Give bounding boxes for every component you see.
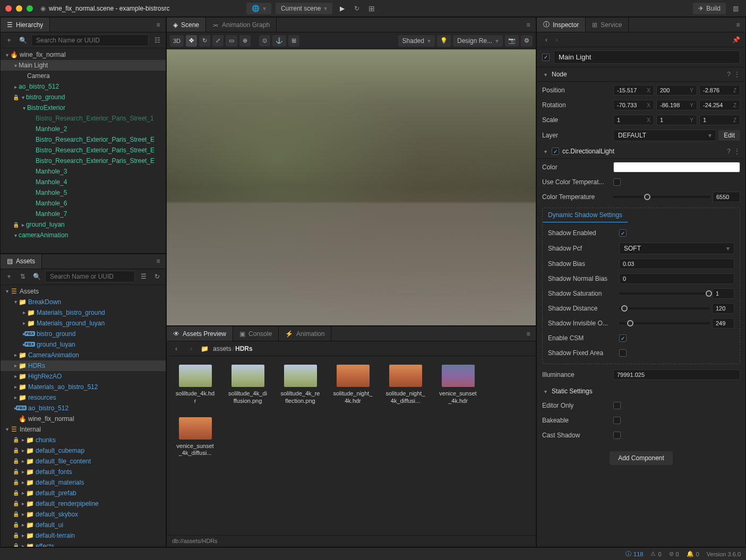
info-count[interactable]: ⓘ118 <box>625 550 643 558</box>
caret-icon[interactable]: ▾ <box>20 94 26 100</box>
tree-row[interactable]: Manhole_4 <box>1 177 166 187</box>
move-tool-button[interactable]: ✥ <box>186 35 197 47</box>
sort-button[interactable]: ⇅ <box>18 271 28 282</box>
asset-item[interactable]: soliltude_4k_reflection.png <box>280 365 320 404</box>
shadow-bias-input[interactable]: 0.03 <box>619 259 734 269</box>
caret-icon[interactable]: ▾ <box>12 232 19 238</box>
node-enabled-checkbox[interactable] <box>542 54 550 61</box>
shadow-distance-slider[interactable] <box>619 307 710 309</box>
help-icon[interactable]: ? <box>727 148 731 155</box>
tree-row[interactable]: ▸FBXground_luyan <box>1 339 166 350</box>
breadcrumb[interactable]: assets/HDRs <box>213 345 253 352</box>
add-node-button[interactable]: + <box>4 35 14 46</box>
scale-y-input[interactable]: 1Y <box>656 115 697 125</box>
tree-row[interactable]: ▾📁BreakDown <box>1 297 166 307</box>
layer-edit-button[interactable]: Edit <box>718 130 740 141</box>
caret-icon[interactable]: ▸ <box>20 490 26 496</box>
tree-row[interactable]: Bistro_Research_Exterior_Paris_Street_E <box>1 145 166 156</box>
caret-icon[interactable]: ▸ <box>20 447 26 453</box>
rect-tool-button[interactable]: ▭ <box>226 35 237 47</box>
position-y-input[interactable]: 200Y <box>656 85 697 96</box>
tree-row[interactable]: Bistro_Research_Exterior_Paris_Street_E <box>1 156 166 166</box>
tree-row[interactable]: ▾☰Internal <box>1 424 166 435</box>
asset-grid[interactable]: soliltude_4k.hdrsoliltude_4k_diffusion.p… <box>167 356 536 535</box>
tab-animation-graph[interactable]: ⫘ Animation Graph <box>206 18 277 32</box>
tree-row[interactable]: ▸📁resources <box>1 392 166 403</box>
scale-z-input[interactable]: 1Z <box>699 115 740 125</box>
caret-icon[interactable]: ▸ <box>20 458 26 464</box>
tab-service[interactable]: ⊞ Service <box>586 18 629 32</box>
pin-icon[interactable]: 📌 <box>731 35 741 45</box>
rotate-tool-button[interactable]: ↻ <box>199 35 210 47</box>
menu-icon[interactable]: ⋮ <box>734 71 740 78</box>
section-node-header[interactable]: ▾ Node ? ⋮ <box>537 67 745 82</box>
nav-back-button[interactable]: ‹ <box>541 35 552 45</box>
anchor-button[interactable]: ⚓ <box>272 35 286 47</box>
tree-row[interactable]: Bistro_Research_Exterior_Paris_Street_1 <box>1 113 166 124</box>
breadcrumb-segment[interactable]: assets <box>213 345 231 352</box>
tree-row[interactable]: 🔥wine_fix_normal <box>1 413 166 424</box>
tree-row[interactable]: ▸📁HDRs <box>1 360 166 371</box>
light-button[interactable]: 💡 <box>437 35 451 47</box>
position-x-input[interactable]: -15.517X <box>613 85 654 96</box>
tree-row[interactable]: 🔒▸📁default_ui <box>1 520 166 530</box>
shadow-saturation-input[interactable]: 1 <box>712 288 734 299</box>
refresh-button[interactable]: ↻ <box>351 3 362 14</box>
bakeable-checkbox[interactable] <box>613 417 621 424</box>
tree-row[interactable]: ▾Main Light <box>1 60 166 71</box>
tree-row[interactable]: 🔒▸📁default_fonts <box>1 467 166 477</box>
camera-button[interactable]: 📷 <box>505 35 519 47</box>
caret-icon[interactable]: ▾ <box>4 52 10 58</box>
tree-row[interactable]: ▸📁Materials_ao_bistro_512 <box>1 382 166 392</box>
caret-icon[interactable]: ▸ <box>20 222 26 228</box>
tree-row[interactable]: ▸FBXbistro_ground <box>1 329 166 339</box>
caret-icon[interactable]: ▸ <box>20 437 26 443</box>
tree-row[interactable]: ▾🔥wine_fix_normal <box>1 49 166 60</box>
caret-icon[interactable]: ▸ <box>12 394 19 400</box>
shadow-pcf-dropdown[interactable]: SOFT▾ <box>619 243 734 254</box>
section-component-header[interactable]: ▾ cc.DirectionalLight ? ⋮ <box>537 144 745 159</box>
play-button[interactable]: ▶ <box>337 3 347 14</box>
design-resolution-dropdown[interactable]: Design Re... ▾ <box>453 35 503 47</box>
tab-assets[interactable]: ▤ Assets <box>1 254 42 269</box>
tree-row[interactable]: ▸📁HighRezAO <box>1 371 166 382</box>
caret-icon[interactable]: ▸ <box>20 501 26 506</box>
tree-row[interactable]: ▾cameraAnimation <box>1 230 166 240</box>
panel-menu-icon[interactable]: ≡ <box>731 18 745 32</box>
tree-row[interactable]: 🔒▸📁effects <box>1 541 166 547</box>
build-button[interactable]: ✈ Build <box>693 3 726 14</box>
snap-button[interactable]: ⊞ <box>288 35 299 47</box>
scale-x-input[interactable]: 1X <box>613 115 654 125</box>
caret-icon[interactable]: ▸ <box>20 469 26 475</box>
shadow-fixed-checkbox[interactable] <box>619 349 627 357</box>
error-count[interactable]: ⊘0 <box>669 550 679 557</box>
rotation-y-input[interactable]: -86.198Y <box>656 100 697 110</box>
use-color-temp-checkbox[interactable] <box>613 178 621 186</box>
caret-icon[interactable]: ▸ <box>20 511 26 517</box>
layer-dropdown[interactable]: DEFAULT▾ <box>613 130 716 141</box>
close-window-button[interactable] <box>5 5 12 12</box>
caret-icon[interactable]: ▾ <box>21 105 27 111</box>
add-component-button[interactable]: Add Component <box>610 451 673 465</box>
tree-row[interactable]: 🔒▸📁default_renderpipeline <box>1 498 166 509</box>
scene-dropdown[interactable]: Current scene ▾ <box>276 3 332 14</box>
caret-icon[interactable]: ▸ <box>20 543 26 547</box>
tree-row[interactable]: 🔒▸📁default_file_content <box>1 456 166 467</box>
help-icon[interactable]: ? <box>727 71 731 78</box>
caret-icon[interactable]: ▸ <box>12 384 19 390</box>
caret-icon[interactable]: ▾ <box>12 299 19 305</box>
color-temp-slider[interactable] <box>613 196 710 198</box>
shadow-invisible-slider[interactable] <box>619 322 710 324</box>
shadow-enabled-checkbox[interactable] <box>619 229 627 237</box>
asset-item[interactable]: venice_sunset_4k_diffusi... <box>175 417 215 456</box>
tree-row[interactable]: Bistro_Research_Exterior_Paris_Street_E <box>1 134 166 145</box>
tab-inspector[interactable]: ⓘ Inspector <box>537 18 586 32</box>
caret-icon[interactable]: ▸ <box>20 479 26 485</box>
component-enabled-checkbox[interactable] <box>552 148 559 155</box>
minimize-window-button[interactable] <box>16 5 22 12</box>
shadow-normal-bias-input[interactable]: 0 <box>619 273 734 284</box>
notification-count[interactable]: 🔔0 <box>687 550 699 557</box>
rotation-x-input[interactable]: -70.733X <box>613 100 654 110</box>
list-toggle-icon[interactable]: ☷ <box>152 35 162 46</box>
tab-hierarchy[interactable]: ☰ Hierarchy <box>1 18 50 32</box>
